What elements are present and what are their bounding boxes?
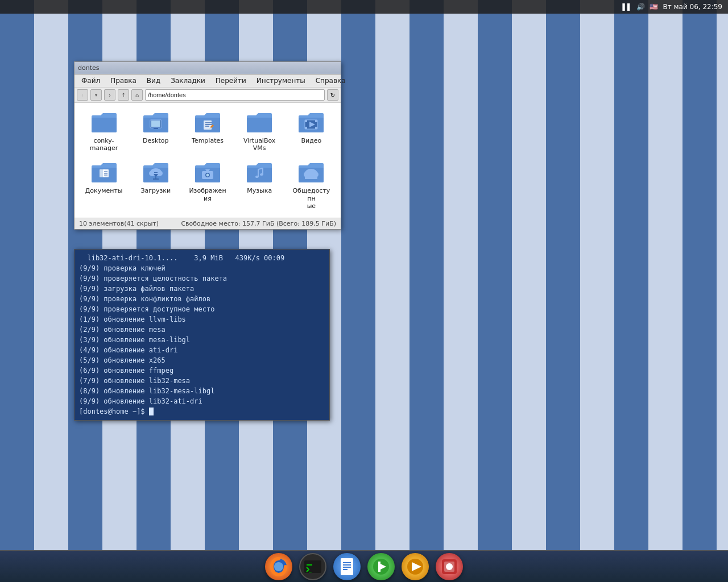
svg-rect-10 — [315, 120, 317, 122]
folder-label: Загрузки — [140, 187, 171, 194]
folder-images[interactable]: Изображения — [184, 159, 231, 212]
terminal-window: lib32-ati-dri-10.1.... 3,9 MiB 439K/s 00… — [74, 249, 330, 421]
folder-virtualbox[interactable]: VirtualBoxVMs — [236, 109, 283, 154]
flag-icon: 🇺🇸 — [650, 3, 658, 11]
terminal-line: (9/9) проверяется доступное место — [79, 304, 325, 314]
folder-label: Музыка — [247, 187, 272, 194]
folder-conky-manager[interactable]: conky-manager — [80, 109, 127, 154]
up-button[interactable]: ↑ — [118, 89, 129, 101]
svg-rect-11 — [305, 127, 307, 129]
folder-templates[interactable]: Templates — [184, 109, 231, 154]
terminal-line: (9/9) проверка конфликтов файлов — [79, 294, 325, 304]
folder-downloads[interactable]: Загрузки — [132, 159, 179, 212]
taskbar-player[interactable] — [402, 553, 429, 580]
refresh-button[interactable]: ↻ — [327, 89, 338, 101]
menu-bookmarks[interactable]: Закладки — [166, 76, 210, 86]
signal-icon: ▌▌ — [623, 3, 632, 11]
fm-titlebar: dontes — [75, 62, 341, 74]
folder-icon — [194, 111, 221, 135]
terminal-line: (9/9) обновление lib32-ati-dri — [79, 396, 325, 406]
folder-video[interactable]: Видео — [288, 109, 335, 154]
folder-icon — [194, 161, 221, 185]
file-manager-window: dontes Файл Правка Вид Закладки Перейти … — [74, 61, 341, 230]
top-bar: ▌▌ 🔊 🇺🇸 Вт май 06, 22:59 — [0, 0, 728, 14]
language-flag: 🇺🇸 — [650, 3, 658, 11]
taskbar-redapp[interactable] — [436, 553, 463, 580]
folder-icon — [297, 111, 325, 135]
svg-rect-22 — [154, 172, 158, 173]
taskbar-greenapp[interactable] — [367, 553, 395, 580]
menu-tools[interactable]: Инструменты — [252, 76, 310, 86]
terminal-line: [dontes@home ~]$ — [79, 406, 325, 417]
terminal-cursor — [149, 408, 154, 415]
svg-rect-12 — [315, 127, 317, 129]
folder-music[interactable]: Музыка — [236, 159, 283, 212]
menu-help[interactable]: Справка — [311, 76, 350, 86]
home-button[interactable]: ⌂ — [131, 89, 143, 101]
terminal-line: lib32-ati-dri-10.1.... 3,9 MiB 439K/s 00… — [79, 253, 325, 263]
menu-edit[interactable]: Правка — [106, 76, 141, 86]
signal-indicator: ▌▌ — [623, 3, 632, 11]
address-bar[interactable] — [145, 89, 325, 101]
terminal-line: (4/9) обновление ati-dri — [79, 345, 325, 355]
folder-label: Общедоступные — [291, 187, 331, 210]
folder-label: Templates — [192, 137, 224, 144]
fm-item-count: 10 элементов(41 скрыт) — [79, 220, 159, 227]
svg-rect-48 — [378, 562, 380, 572]
folder-icon — [246, 111, 273, 135]
volume-indicator: 🔊 — [636, 3, 645, 11]
folder-label: Изображения — [188, 187, 228, 202]
folder-icon — [142, 161, 169, 185]
forward-button[interactable]: › — [104, 89, 115, 101]
folder-icon — [90, 111, 118, 135]
svg-text:_: _ — [309, 568, 312, 573]
folder-label: conky-manager — [90, 137, 118, 152]
terminal-content[interactable]: lib32-ati-dri-10.1.... 3,9 MiB 439K/s 00… — [75, 250, 329, 420]
svg-point-28 — [206, 174, 209, 177]
folder-documents[interactable]: Документы — [80, 159, 127, 212]
svg-rect-1 — [151, 120, 160, 127]
folder-label: Desktop — [143, 137, 168, 144]
taskbar-terminal[interactable]: _ — [299, 553, 326, 580]
folder-desktop[interactable]: Desktop — [132, 109, 179, 154]
menu-file[interactable]: Файл — [77, 76, 105, 86]
menu-goto[interactable]: Перейти — [211, 76, 251, 86]
folder-icon — [246, 161, 273, 185]
fm-menubar: Файл Правка Вид Закладки Перейти Инструм… — [75, 74, 341, 88]
fm-content-area: conky-manager Desktop — [75, 103, 341, 218]
back-button[interactable]: ‹ — [77, 89, 88, 101]
svg-rect-3 — [204, 120, 212, 130]
terminal-line: (9/9) проверяется целостность пакета — [79, 273, 325, 284]
folder-icon — [90, 161, 118, 185]
folder-icon — [142, 111, 169, 135]
taskbar: _ — [0, 550, 728, 582]
terminal-line: (1/9) обновление llvm-libs — [79, 314, 325, 325]
fm-free-space: Свободное место: 157,7 ГиБ (Всего: 189,5… — [181, 220, 336, 227]
terminal-line: (7/9) обновление lib32-mesa — [79, 376, 325, 386]
fm-toolbar: ‹ ▾ › ↑ ⌂ ↻ — [75, 88, 341, 103]
svg-point-37 — [274, 562, 283, 571]
folder-icon — [297, 161, 325, 185]
history-button[interactable]: ▾ — [90, 89, 102, 101]
terminal-line: (9/9) загрузка файлов пакета — [79, 284, 325, 294]
svg-point-53 — [446, 563, 453, 570]
terminal-line: (9/9) проверка ключей — [79, 263, 325, 273]
terminal-line: (6/9) обновление ffmpeg — [79, 365, 325, 376]
terminal-line: (5/9) обновление x265 — [79, 355, 325, 365]
folder-public[interactable]: Общедоступные — [288, 159, 335, 212]
menu-view[interactable]: Вид — [142, 76, 165, 86]
fm-statusbar: 10 элементов(41 скрыт) Свободное место: … — [75, 218, 341, 229]
terminal-line: (3/9) обновление mesa-libgl — [79, 335, 325, 345]
fm-title: dontes — [78, 64, 100, 72]
datetime-display: Вт май 06, 22:59 — [663, 3, 722, 11]
volume-icon: 🔊 — [636, 3, 645, 11]
folder-label: Видео — [301, 137, 321, 144]
svg-rect-2 — [154, 128, 158, 129]
terminal-line: (8/9) обновление lib32-mesa-libgl — [79, 386, 325, 396]
folder-label: Документы — [85, 187, 123, 194]
svg-rect-35 — [305, 174, 317, 179]
svg-rect-9 — [305, 120, 307, 122]
taskbar-firefox[interactable] — [265, 553, 292, 580]
folder-label: VirtualBoxVMs — [243, 137, 275, 152]
taskbar-docs[interactable] — [333, 553, 361, 580]
